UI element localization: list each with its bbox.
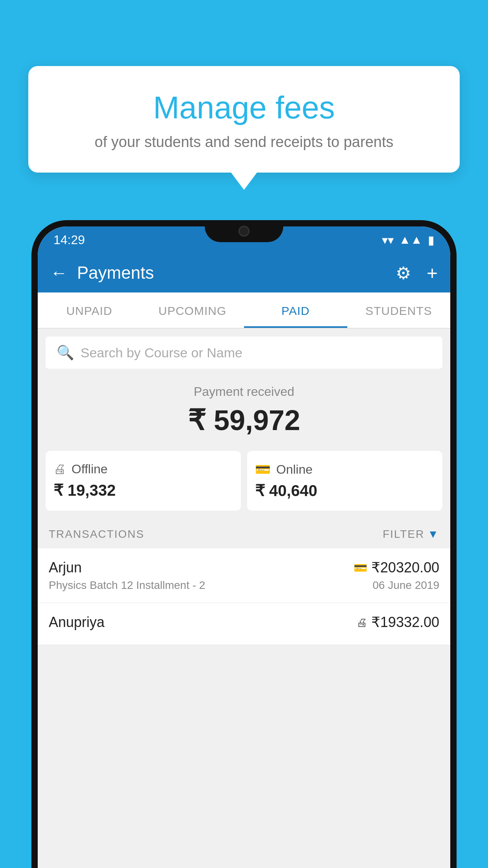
transaction-amount-row: 💳 ₹20320.00	[354, 559, 439, 576]
offline-icon: 🖨	[53, 462, 66, 476]
camera-icon	[238, 226, 250, 237]
transaction-name-arjun: Arjun	[49, 559, 82, 576]
wifi-icon: ▾▾	[382, 233, 394, 247]
offline-label: Offline	[72, 462, 108, 476]
transaction-offline-icon: 🖨	[356, 616, 367, 629]
tooltip-title: Manage fees	[47, 90, 441, 126]
app-header: ← Payments ⚙ +	[38, 253, 450, 292]
payment-received-label: Payment received	[46, 384, 442, 399]
payment-received-amount: ₹ 59,972	[46, 404, 442, 437]
filter-button[interactable]: FILTER ▼	[383, 528, 439, 541]
filter-text: FILTER	[383, 528, 424, 541]
transaction-amount-anupriya: ₹19332.00	[371, 614, 439, 631]
tab-paid[interactable]: PAID	[244, 292, 347, 328]
tooltip-subtitle: of your students and send receipts to pa…	[47, 134, 441, 151]
tab-students[interactable]: STUDENTS	[347, 292, 451, 328]
transaction-amount-row-2: 🖨 ₹19332.00	[356, 614, 439, 631]
phone-frame: 14:29 ▾▾ ▲▲ ▮ ← Payments ⚙ + UNPAID UPCO…	[31, 220, 457, 868]
tab-upcoming[interactable]: UPCOMING	[141, 292, 244, 328]
tab-unpaid[interactable]: UNPAID	[38, 292, 141, 328]
filter-icon: ▼	[427, 528, 439, 541]
transaction-course-arjun: Physics Batch 12 Installment - 2	[49, 579, 205, 592]
online-card: 💳 Online ₹ 40,640	[247, 451, 442, 511]
payment-section: Payment received ₹ 59,972	[38, 369, 450, 445]
transaction-amount-arjun: ₹20320.00	[371, 559, 439, 576]
back-button[interactable]: ←	[50, 263, 68, 283]
gear-icon[interactable]: ⚙	[396, 263, 411, 283]
search-placeholder-text: Search by Course or Name	[81, 345, 242, 360]
offline-amount: ₹ 19,332	[53, 481, 233, 499]
transaction-name-anupriya: Anupriya	[49, 614, 105, 631]
online-amount: ₹ 40,640	[255, 482, 435, 500]
transactions-header: TRANSACTIONS FILTER ▼	[38, 520, 450, 548]
transaction-online-icon: 💳	[354, 561, 367, 574]
phone-notch	[205, 220, 283, 242]
transaction-row: Arjun 💳 ₹20320.00 Physics Batch 12 Insta…	[38, 548, 450, 603]
transaction-row: Anupriya 🖨 ₹19332.00	[38, 603, 450, 645]
signal-icon: ▲▲	[399, 233, 422, 246]
online-icon: 💳	[255, 462, 271, 477]
phone-screen: 14:29 ▾▾ ▲▲ ▮ ← Payments ⚙ + UNPAID UPCO…	[38, 226, 450, 868]
status-icons: ▾▾ ▲▲ ▮	[382, 233, 435, 247]
status-time: 14:29	[53, 233, 85, 247]
transaction-date-arjun: 06 June 2019	[372, 579, 439, 592]
online-label: Online	[276, 462, 313, 477]
tabs-bar: UNPAID UPCOMING PAID STUDENTS	[38, 292, 450, 329]
search-icon: 🔍	[57, 344, 74, 361]
header-title: Payments	[77, 263, 386, 283]
transactions-label: TRANSACTIONS	[49, 528, 144, 541]
battery-icon: ▮	[428, 233, 435, 247]
offline-card: 🖨 Offline ₹ 19,332	[46, 451, 241, 511]
payment-cards: 🖨 Offline ₹ 19,332 💳 Online ₹ 40,640	[38, 445, 450, 520]
search-bar[interactable]: 🔍 Search by Course or Name	[46, 337, 442, 369]
tooltip-card: Manage fees of your students and send re…	[28, 66, 460, 173]
add-button[interactable]: +	[427, 262, 438, 284]
